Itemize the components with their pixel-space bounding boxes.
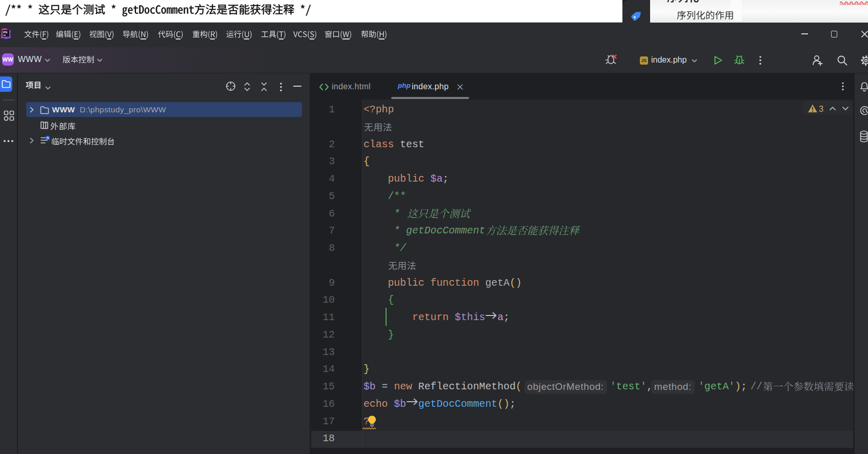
svg-text:PS: PS <box>3 30 7 34</box>
